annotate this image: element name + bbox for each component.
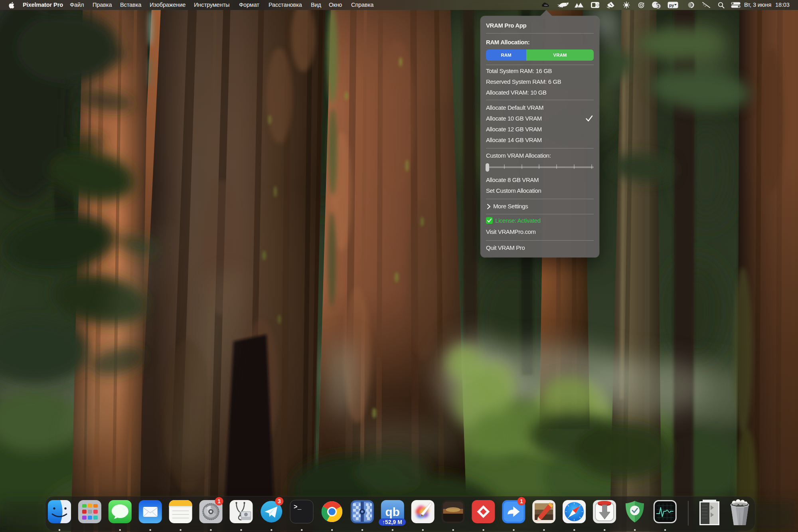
svg-text:3: 3 (278, 498, 281, 504)
svg-text:>_: >_ (294, 504, 302, 511)
svg-text:↑52,9 М: ↑52,9 М (382, 519, 402, 525)
svg-text:1: 1 (217, 498, 221, 504)
svg-text:1: 1 (520, 498, 523, 504)
svg-text:qb: qb (385, 505, 400, 518)
svg-text:3: 3 (657, 4, 660, 9)
svg-text:ру: ру (669, 3, 675, 8)
